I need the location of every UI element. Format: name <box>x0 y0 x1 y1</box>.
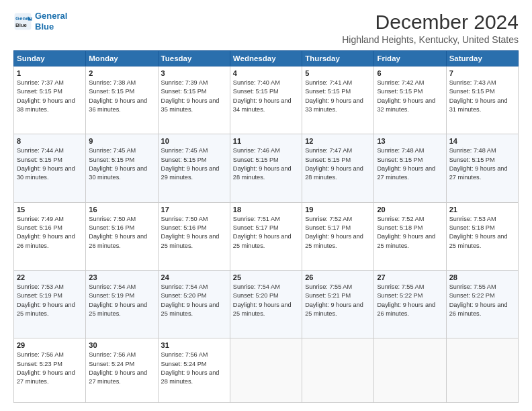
main-title: December 2024 <box>342 11 519 33</box>
calendar-cell: 8Sunrise: 7:44 AMSunset: 5:15 PMDaylight… <box>14 134 86 202</box>
weekday-header-monday: Monday <box>86 51 158 66</box>
day-number: 29 <box>17 341 83 349</box>
day-number: 6 <box>377 69 443 77</box>
day-number: 20 <box>377 205 443 214</box>
day-number: 23 <box>89 273 154 281</box>
day-number: 7 <box>449 69 515 77</box>
day-number: 10 <box>161 137 227 145</box>
day-info: Sunrise: 7:50 AMSunset: 5:16 PMDaylight:… <box>161 215 227 250</box>
day-number: 26 <box>305 273 371 281</box>
weekday-header-saturday: Saturday <box>446 51 518 66</box>
day-number: 30 <box>89 341 154 349</box>
day-number: 9 <box>89 137 154 145</box>
day-info: Sunrise: 7:45 AMSunset: 5:15 PMDaylight:… <box>89 146 154 182</box>
calendar-header-row: SundayMondayTuesdayWednesdayThursdayFrid… <box>14 51 519 66</box>
day-number: 21 <box>449 205 515 214</box>
calendar-cell: 9Sunrise: 7:45 AMSunset: 5:15 PMDaylight… <box>86 134 158 202</box>
calendar-cell: 27Sunrise: 7:55 AMSunset: 5:22 PMDayligh… <box>374 271 446 338</box>
calendar-cell <box>302 338 374 403</box>
calendar-cell: 22Sunrise: 7:53 AMSunset: 5:19 PMDayligh… <box>14 271 86 338</box>
day-number: 13 <box>377 137 443 145</box>
day-number: 22 <box>17 273 83 281</box>
calendar-cell: 25Sunrise: 7:54 AMSunset: 5:20 PMDayligh… <box>230 271 302 338</box>
logo-text: General Blue <box>35 11 67 32</box>
calendar-cell: 28Sunrise: 7:55 AMSunset: 5:22 PMDayligh… <box>446 271 518 338</box>
calendar-cell: 12Sunrise: 7:47 AMSunset: 5:15 PMDayligh… <box>302 134 374 202</box>
day-number: 17 <box>161 205 227 214</box>
day-number: 5 <box>305 69 371 77</box>
calendar-cell: 13Sunrise: 7:48 AMSunset: 5:15 PMDayligh… <box>374 134 446 202</box>
day-number: 25 <box>233 273 299 281</box>
calendar-cell: 14Sunrise: 7:48 AMSunset: 5:15 PMDayligh… <box>446 134 518 202</box>
day-number: 14 <box>449 137 515 145</box>
header: General Blue General Blue December 2024 … <box>13 11 519 45</box>
day-info: Sunrise: 7:54 AMSunset: 5:20 PMDaylight:… <box>233 283 299 318</box>
page: General Blue General Blue December 2024 … <box>0 0 532 411</box>
day-info: Sunrise: 7:56 AMSunset: 5:23 PMDaylight:… <box>17 351 83 386</box>
day-info: Sunrise: 7:41 AMSunset: 5:15 PMDaylight:… <box>305 79 371 114</box>
day-info: Sunrise: 7:43 AMSunset: 5:15 PMDaylight:… <box>449 79 515 114</box>
day-info: Sunrise: 7:56 AMSunset: 5:24 PMDaylight:… <box>89 351 154 386</box>
day-number: 27 <box>377 273 443 281</box>
day-number: 4 <box>233 69 299 77</box>
day-info: Sunrise: 7:55 AMSunset: 5:22 PMDaylight:… <box>449 283 515 318</box>
calendar-cell: 5Sunrise: 7:41 AMSunset: 5:15 PMDaylight… <box>302 66 374 134</box>
day-info: Sunrise: 7:53 AMSunset: 5:19 PMDaylight:… <box>17 283 83 318</box>
day-info: Sunrise: 7:39 AMSunset: 5:15 PMDaylight:… <box>161 79 227 114</box>
logo-icon: General Blue <box>13 12 32 31</box>
day-info: Sunrise: 7:54 AMSunset: 5:20 PMDaylight:… <box>161 283 227 318</box>
day-number: 15 <box>17 205 83 214</box>
logo: General Blue General Blue <box>13 11 67 32</box>
calendar-cell: 7Sunrise: 7:43 AMSunset: 5:15 PMDaylight… <box>446 66 518 134</box>
day-info: Sunrise: 7:52 AMSunset: 5:18 PMDaylight:… <box>377 215 443 250</box>
calendar-cell: 10Sunrise: 7:45 AMSunset: 5:15 PMDayligh… <box>158 134 230 202</box>
svg-text:Blue: Blue <box>15 21 28 28</box>
calendar-body: 1Sunrise: 7:37 AMSunset: 5:15 PMDaylight… <box>14 66 519 403</box>
calendar-cell: 24Sunrise: 7:54 AMSunset: 5:20 PMDayligh… <box>158 271 230 338</box>
calendar-cell: 19Sunrise: 7:52 AMSunset: 5:17 PMDayligh… <box>302 202 374 270</box>
day-info: Sunrise: 7:42 AMSunset: 5:15 PMDaylight:… <box>377 79 443 114</box>
day-number: 3 <box>161 69 227 77</box>
day-number: 2 <box>89 69 154 77</box>
day-info: Sunrise: 7:45 AMSunset: 5:15 PMDaylight:… <box>161 146 227 182</box>
calendar-cell: 26Sunrise: 7:55 AMSunset: 5:21 PMDayligh… <box>302 271 374 338</box>
day-info: Sunrise: 7:55 AMSunset: 5:21 PMDaylight:… <box>305 283 371 318</box>
calendar-cell: 20Sunrise: 7:52 AMSunset: 5:18 PMDayligh… <box>374 202 446 270</box>
calendar-cell: 17Sunrise: 7:50 AMSunset: 5:16 PMDayligh… <box>158 202 230 270</box>
day-info: Sunrise: 7:44 AMSunset: 5:15 PMDaylight:… <box>17 146 83 182</box>
calendar-cell: 15Sunrise: 7:49 AMSunset: 5:16 PMDayligh… <box>14 202 86 270</box>
subtitle: Highland Heights, Kentucky, United State… <box>342 34 519 45</box>
day-info: Sunrise: 7:54 AMSunset: 5:19 PMDaylight:… <box>89 283 154 318</box>
day-info: Sunrise: 7:50 AMSunset: 5:16 PMDaylight:… <box>89 215 154 250</box>
weekday-header-thursday: Thursday <box>302 51 374 66</box>
day-info: Sunrise: 7:53 AMSunset: 5:18 PMDaylight:… <box>449 215 515 250</box>
weekday-header-wednesday: Wednesday <box>230 51 302 66</box>
day-info: Sunrise: 7:48 AMSunset: 5:15 PMDaylight:… <box>449 146 515 182</box>
calendar-cell <box>446 338 518 403</box>
calendar-cell: 30Sunrise: 7:56 AMSunset: 5:24 PMDayligh… <box>86 338 158 403</box>
weekday-header-sunday: Sunday <box>14 51 86 66</box>
day-number: 31 <box>161 341 227 349</box>
day-number: 8 <box>17 137 83 145</box>
calendar-cell: 31Sunrise: 7:56 AMSunset: 5:24 PMDayligh… <box>158 338 230 403</box>
day-number: 11 <box>233 137 299 145</box>
day-info: Sunrise: 7:51 AMSunset: 5:17 PMDaylight:… <box>233 215 299 250</box>
day-number: 24 <box>161 273 227 281</box>
day-number: 19 <box>305 205 371 214</box>
weekday-header-friday: Friday <box>374 51 446 66</box>
calendar-cell: 11Sunrise: 7:46 AMSunset: 5:15 PMDayligh… <box>230 134 302 202</box>
calendar-table: SundayMondayTuesdayWednesdayThursdayFrid… <box>13 50 519 403</box>
day-info: Sunrise: 7:38 AMSunset: 5:15 PMDaylight:… <box>89 79 154 114</box>
calendar-cell: 2Sunrise: 7:38 AMSunset: 5:15 PMDaylight… <box>86 66 158 134</box>
day-info: Sunrise: 7:40 AMSunset: 5:15 PMDaylight:… <box>233 79 299 114</box>
day-info: Sunrise: 7:46 AMSunset: 5:15 PMDaylight:… <box>233 146 299 182</box>
day-info: Sunrise: 7:56 AMSunset: 5:24 PMDaylight:… <box>161 351 227 386</box>
day-number: 12 <box>305 137 371 145</box>
title-block: December 2024 Highland Heights, Kentucky… <box>342 11 519 45</box>
weekday-header-tuesday: Tuesday <box>158 51 230 66</box>
calendar-cell <box>230 338 302 403</box>
calendar-cell: 16Sunrise: 7:50 AMSunset: 5:16 PMDayligh… <box>86 202 158 270</box>
calendar-cell <box>374 338 446 403</box>
day-number: 18 <box>233 205 299 214</box>
day-number: 16 <box>89 205 154 214</box>
